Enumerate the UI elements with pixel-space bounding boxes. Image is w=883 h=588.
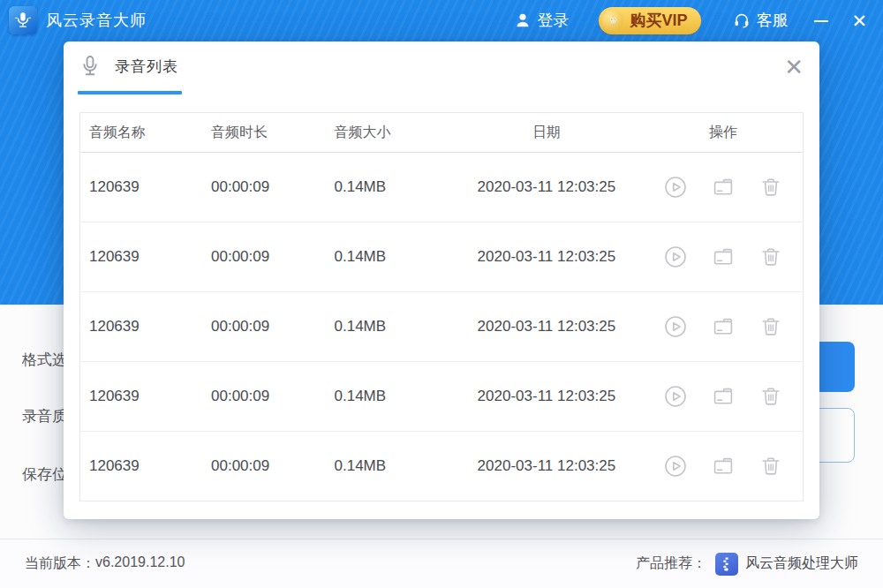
- col-header-duration: 音频时长: [202, 113, 326, 153]
- cell-size: 0.14MB: [326, 222, 450, 292]
- cell-date: 2020-03-11 12:03:25: [449, 222, 644, 292]
- cell-name: 120639: [80, 153, 203, 222]
- cell-name: 120639: [80, 432, 203, 501]
- buy-vip-label: 购买VIP: [630, 10, 687, 31]
- play-button[interactable]: [664, 315, 687, 338]
- headset-icon: [733, 11, 751, 29]
- recordings-tab[interactable]: 录音列表: [78, 54, 178, 79]
- buy-vip-button[interactable]: 购买VIP: [599, 7, 701, 34]
- cell-duration: 00:00:09: [202, 222, 326, 292]
- cell-date: 2020-03-11 12:03:25: [449, 432, 644, 501]
- dialog-title: 录音列表: [115, 57, 178, 77]
- table-row: 120639 00:00:09 0.14MB 2020-03-11 12:03:…: [80, 222, 804, 292]
- version-label: 当前版本：: [25, 554, 95, 573]
- cell-duration: 00:00:09: [202, 432, 326, 501]
- login-button[interactable]: 登录: [514, 10, 569, 31]
- cell-duration: 00:00:09: [202, 362, 326, 432]
- play-button[interactable]: [664, 455, 687, 478]
- col-header-date: 日期: [449, 113, 644, 153]
- minimize-button[interactable]: [814, 11, 828, 29]
- cell-duration: 00:00:09: [202, 153, 326, 222]
- cell-date: 2020-03-11 12:03:25: [449, 362, 644, 432]
- version-value: v6.2019.12.10: [95, 554, 185, 573]
- play-button[interactable]: [664, 385, 687, 408]
- delete-button[interactable]: [759, 315, 782, 338]
- recordings-table: 音频名称 音频时长 音频大小 日期 操作 120639 00:00:09 0.1…: [79, 112, 804, 501]
- table-row: 120639 00:00:09 0.14MB 2020-03-11 12:03:…: [80, 432, 804, 501]
- delete-button[interactable]: [759, 455, 782, 478]
- cell-size: 0.14MB: [326, 153, 450, 222]
- play-button[interactable]: [664, 245, 687, 268]
- audio-master-product-icon: [715, 553, 738, 576]
- app-logo-icon: [9, 6, 37, 34]
- delete-button[interactable]: [759, 245, 782, 268]
- table-row: 120639 00:00:09 0.14MB 2020-03-11 12:03:…: [80, 292, 804, 362]
- titlebar: 风云录音大师 登录 购买VIP 客服 ✕: [0, 0, 883, 41]
- statusbar: 当前版本： v6.2019.12.10 产品推荐： 风云音频处理大师: [0, 539, 883, 588]
- window-close-button[interactable]: ✕: [851, 11, 867, 30]
- cell-date: 2020-03-11 12:03:25: [449, 292, 644, 362]
- col-header-name: 音频名称: [80, 113, 203, 153]
- play-button[interactable]: [664, 176, 687, 199]
- diamond-icon: [602, 10, 623, 31]
- cell-size: 0.14MB: [326, 292, 450, 362]
- app-title: 风云录音大师: [46, 10, 147, 31]
- cell-size: 0.14MB: [326, 362, 450, 432]
- recording-list-dialog: 录音列表 ✕ 音频名称 音频时长 音频大小 日期 操作 120639 00:00…: [64, 41, 819, 519]
- open-folder-button[interactable]: [712, 245, 735, 268]
- microphone-icon: [78, 54, 102, 79]
- customer-service-button[interactable]: 客服: [733, 10, 788, 31]
- dialog-close-button[interactable]: ✕: [784, 56, 804, 79]
- customer-service-label: 客服: [756, 10, 788, 31]
- open-folder-button[interactable]: [712, 315, 735, 338]
- cell-name: 120639: [80, 292, 203, 362]
- cell-size: 0.14MB: [326, 432, 450, 501]
- col-header-actions: 操作: [644, 113, 804, 153]
- col-header-size: 音频大小: [326, 113, 450, 153]
- promo-product-link[interactable]: 风云音频处理大师: [745, 554, 858, 573]
- cell-name: 120639: [80, 362, 203, 432]
- login-label: 登录: [537, 10, 569, 31]
- open-folder-button[interactable]: [712, 455, 735, 478]
- delete-button[interactable]: [759, 385, 782, 408]
- user-icon: [514, 11, 532, 29]
- open-folder-button[interactable]: [712, 176, 735, 199]
- table-header-row: 音频名称 音频时长 音频大小 日期 操作: [80, 113, 804, 153]
- cell-duration: 00:00:09: [202, 292, 326, 362]
- cell-name: 120639: [80, 222, 203, 292]
- cell-date: 2020-03-11 12:03:25: [449, 153, 644, 222]
- table-row: 120639 00:00:09 0.14MB 2020-03-11 12:03:…: [80, 153, 804, 222]
- active-tab-indicator: [78, 91, 182, 94]
- table-row: 120639 00:00:09 0.14MB 2020-03-11 12:03:…: [80, 362, 804, 432]
- delete-button[interactable]: [759, 176, 782, 199]
- promo-label: 产品推荐：: [636, 554, 706, 573]
- open-folder-button[interactable]: [712, 385, 735, 408]
